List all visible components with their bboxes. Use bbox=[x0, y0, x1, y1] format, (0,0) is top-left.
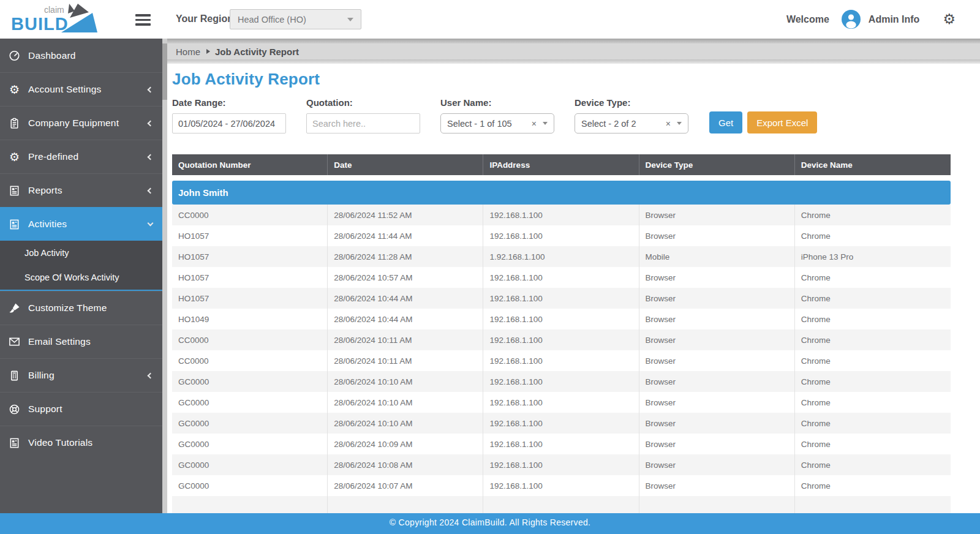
sidebar: Dashboard ⚙ Account Settings Company Equ… bbox=[0, 39, 162, 513]
sidebar-subitem-job-activity[interactable]: Job Activity bbox=[0, 241, 162, 265]
cell-device-type: Browser bbox=[639, 413, 795, 434]
settings-gear-icon[interactable]: ⚙ bbox=[943, 12, 956, 26]
dashboard-icon bbox=[9, 50, 20, 61]
table-row[interactable]: GC000028/06/2024 10:08 AM192.168.1.100Br… bbox=[172, 454, 951, 475]
table-row[interactable]: HO104928/06/2024 10:44 AM192.168.1.100Br… bbox=[172, 309, 951, 329]
cell-ipaddress: 192.168.1.100 bbox=[483, 350, 639, 371]
user-avatar[interactable] bbox=[842, 10, 861, 29]
sidebar-item-activities[interactable]: Activities bbox=[0, 207, 162, 241]
cell-quotation-number: HO1057 bbox=[172, 267, 328, 288]
get-button[interactable]: Get bbox=[709, 111, 742, 134]
gear-icon: ⚙ bbox=[9, 84, 20, 96]
quotation-search-input[interactable] bbox=[306, 113, 420, 134]
table-row[interactable]: HO105728/06/2024 10:44 AM192.168.1.100Br… bbox=[172, 288, 951, 309]
cell-ipaddress: 192.168.1.100 bbox=[483, 413, 639, 434]
sidebar-item-email-settings[interactable]: Email Settings bbox=[0, 325, 162, 358]
cell-device-name: Chrome bbox=[795, 392, 951, 413]
scrollbar-thumb[interactable] bbox=[162, 43, 167, 100]
cell-device-name: Chrome bbox=[795, 413, 951, 434]
region-dropdown[interactable]: Head Office (HO) bbox=[230, 9, 361, 29]
sidebar-item-account-settings[interactable]: ⚙ Account Settings bbox=[0, 72, 162, 106]
cell-date: 28/06/2024 10:11 AM bbox=[328, 350, 483, 371]
sidebar-item-label: Reports bbox=[28, 185, 148, 196]
user-group-row: John Smith bbox=[172, 181, 951, 205]
cell-quotation-number: HO1057 bbox=[172, 246, 328, 267]
cell-quotation-number: CC0000 bbox=[172, 329, 328, 350]
table-row[interactable]: CC000028/06/2024 10:11 AM192.168.1.100Br… bbox=[172, 350, 951, 371]
filters-bar: Date Range: Quotation: User Name: Select… bbox=[172, 97, 951, 134]
topbar-shadow bbox=[167, 39, 980, 43]
date-range-input[interactable] bbox=[172, 113, 286, 134]
column-header-quotation-number[interactable]: Quotation Number bbox=[172, 154, 328, 175]
table-row[interactable]: GC000028/06/2024 10:10 AM192.168.1.100Br… bbox=[172, 413, 951, 434]
report-icon bbox=[9, 219, 20, 230]
table-row[interactable]: HO105728/06/2024 11:28 AM1.92.168.1.100M… bbox=[172, 246, 951, 267]
sidebar-item-dashboard[interactable]: Dashboard bbox=[0, 39, 162, 72]
sidebar-item-video-tutorials[interactable]: Video Tutorials bbox=[0, 426, 162, 459]
user-name-select[interactable]: Select - 1 of 105 × bbox=[440, 113, 554, 134]
sidebar-item-label: Pre-defined bbox=[28, 151, 148, 162]
sidebar-item-pre-defined[interactable]: ⚙ Pre-defined bbox=[0, 140, 162, 173]
table-row[interactable]: CC000028/06/2024 11:52 AM192.168.1.100Br… bbox=[172, 205, 951, 225]
table-row[interactable]: GC000028/06/2024 10:07 AM192.168.1.100Br… bbox=[172, 475, 951, 496]
table-row[interactable]: HO105728/06/2024 10:57 AM192.168.1.100Br… bbox=[172, 267, 951, 288]
cell-device-type: Browser bbox=[639, 309, 795, 329]
cell-date: 28/06/2024 10:11 AM bbox=[328, 329, 483, 350]
table-row[interactable]: HO105728/06/2024 11:44 AM192.168.1.100Br… bbox=[172, 225, 951, 246]
cell-quotation-number: GC0000 bbox=[172, 413, 328, 434]
device-type-label: Device Type: bbox=[575, 97, 688, 108]
sidebar-item-label: Activities bbox=[28, 219, 148, 230]
admin-info-link[interactable]: Admin Info bbox=[869, 14, 920, 25]
cell-device-name: Chrome bbox=[795, 371, 951, 392]
breadcrumb-home[interactable]: Home bbox=[176, 47, 200, 57]
export-excel-button[interactable]: Export Excel bbox=[747, 111, 817, 134]
menu-toggle-icon[interactable] bbox=[135, 14, 151, 28]
chevron-left-icon bbox=[148, 154, 154, 160]
sidebar-item-billing[interactable]: Billing bbox=[0, 358, 162, 392]
cell-device-type: Browser bbox=[639, 434, 795, 454]
cell-device-name: Chrome bbox=[795, 267, 951, 288]
cell-date: 28/06/2024 10:10 AM bbox=[328, 371, 483, 392]
cell-device-name: Chrome bbox=[795, 205, 951, 225]
cell-device-name: iPhone 13 Pro bbox=[795, 246, 951, 267]
chevron-down-icon bbox=[347, 18, 353, 21]
sidebar-item-company-equipment[interactable]: Company Equipment bbox=[0, 106, 162, 140]
cell-date: 28/06/2024 10:57 AM bbox=[328, 267, 483, 288]
sidebar-item-customize-theme[interactable]: Customize Theme bbox=[0, 291, 162, 325]
chevron-down-icon bbox=[148, 220, 154, 227]
gear-icon: ⚙ bbox=[9, 151, 20, 163]
table-row[interactable]: GC000028/06/2024 10:10 AM192.168.1.100Br… bbox=[172, 392, 951, 413]
clear-icon[interactable]: × bbox=[532, 119, 537, 129]
column-header-date[interactable]: Date bbox=[328, 154, 483, 175]
chevron-left-icon bbox=[148, 86, 154, 92]
column-header-device-name[interactable]: Device Name bbox=[795, 154, 951, 175]
cell-ipaddress: 192.168.1.100 bbox=[483, 371, 639, 392]
cell-ipaddress: 192.168.1.100 bbox=[483, 205, 639, 225]
cell-ipaddress: 192.168.1.100 bbox=[483, 267, 639, 288]
column-header-ipaddress[interactable]: IPAddress bbox=[483, 154, 639, 175]
sidebar-item-reports[interactable]: Reports bbox=[0, 173, 162, 207]
sidebar-item-support[interactable]: Support bbox=[0, 392, 162, 426]
vertical-scrollbar[interactable] bbox=[162, 39, 167, 513]
table-row[interactable]: CC000028/06/2024 10:11 AM192.168.1.100Br… bbox=[172, 329, 951, 350]
column-header-device-type[interactable]: Device Type bbox=[639, 154, 795, 175]
cell-date: 28/06/2024 10:08 AM bbox=[328, 454, 483, 475]
cell-quotation-number: CC0000 bbox=[172, 205, 328, 225]
device-type-select[interactable]: Select - 2 of 2 × bbox=[575, 113, 688, 134]
chevron-down-icon[interactable] bbox=[543, 122, 548, 125]
footer: © Copyright 2024 ClaimBuild. All Rights … bbox=[0, 513, 980, 534]
sidebar-subitem-scope-of-works-activity[interactable]: Scope Of Works Activity bbox=[0, 265, 162, 290]
cell-device-name: Chrome bbox=[795, 309, 951, 329]
chevron-down-icon[interactable] bbox=[677, 122, 682, 125]
cell-device-type: Browser bbox=[639, 329, 795, 350]
quotation-label: Quotation: bbox=[306, 97, 420, 108]
breadcrumb-current: Job Activity Report bbox=[215, 47, 299, 57]
table-row[interactable]: GC000028/06/2024 10:09 AM192.168.1.100Br… bbox=[172, 434, 951, 454]
billing-icon bbox=[9, 370, 20, 382]
table-header-row: Quotation Number Date IPAddress Device T… bbox=[172, 154, 951, 175]
clear-icon[interactable]: × bbox=[666, 119, 671, 129]
welcome-text: Welcome bbox=[786, 14, 829, 25]
claimbuild-logo[interactable]: claim BUILD bbox=[7, 3, 102, 38]
table-row[interactable]: GC000028/06/2024 10:10 AM192.168.1.100Br… bbox=[172, 371, 951, 392]
region-label: Your Region bbox=[176, 13, 233, 24]
